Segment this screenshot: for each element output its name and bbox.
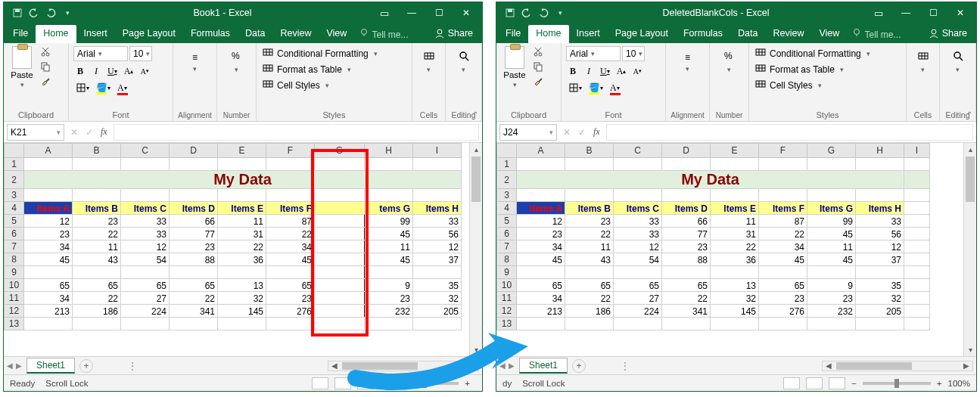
cancel-icon[interactable]: ✕ [563,127,571,138]
row-header-13[interactable]: 13 [5,318,24,330]
row-header-3[interactable]: 3 [5,189,24,202]
cell[interactable] [807,318,856,330]
cell[interactable]: 45 [365,253,413,266]
cell[interactable]: 32 [856,292,904,305]
cell[interactable]: 12 [24,215,73,228]
cell[interactable]: 65 [517,279,565,292]
cell[interactable] [365,189,413,202]
cell[interactable] [365,158,413,171]
decrease-font-icon[interactable]: A▾ [630,64,644,78]
cell[interactable] [614,189,662,202]
header-cell[interactable]: Items F [759,202,807,215]
cell[interactable] [365,266,413,279]
sheet-nav-next-icon[interactable]: ▶ [509,361,515,370]
scroll-up-icon[interactable]: ▴ [470,143,482,156]
zoom-slider[interactable] [863,382,931,385]
row-header-7[interactable]: 7 [497,240,517,253]
undo-icon[interactable] [521,7,533,19]
header-cell[interactable]: Items F [266,202,315,215]
cell[interactable] [170,318,218,330]
cell[interactable]: 23 [24,228,73,240]
row-header-12[interactable]: 12 [5,305,24,318]
vertical-scrollbar[interactable]: ▴▾ [963,143,976,356]
number-format-button[interactable]: %▾ [222,46,251,74]
cell[interactable]: 34 [517,292,565,305]
scroll-up-icon[interactable]: ▴ [964,143,976,156]
cell[interactable]: 34 [266,240,315,253]
redo-icon[interactable] [45,7,57,19]
font-size-select[interactable]: 10▾ [129,46,152,61]
sheet-nav-prev-icon[interactable]: ◀ [7,361,13,370]
cell[interactable]: 9 [365,279,413,292]
font-name-select[interactable]: Arial▾ [566,46,621,61]
cell[interactable]: 87 [266,215,315,228]
cell[interactable] [218,266,266,279]
cell[interactable]: 31 [711,228,759,240]
col-header-G[interactable]: G [315,144,365,158]
minimize-icon[interactable]: — [399,5,425,21]
borders-icon[interactable]: ▾ [566,81,584,95]
cell[interactable] [218,318,266,330]
view-normal-icon[interactable] [783,377,800,389]
font-name-select[interactable]: Arial▾ [73,46,128,61]
cell[interactable]: 66 [170,215,218,228]
vertical-scrollbar[interactable]: ▴▾ [469,143,482,356]
cell[interactable] [565,318,614,330]
paste-button[interactable]: Paste▾ [8,46,36,88]
cell[interactable] [218,158,266,171]
name-box[interactable]: K21▾ [7,124,64,141]
cell[interactable]: 13 [711,279,759,292]
cell[interactable] [170,158,218,171]
cell[interactable]: 23 [662,240,711,253]
cell[interactable]: 22 [662,292,711,305]
zoom-out-button[interactable]: − [380,379,385,388]
col-header-B[interactable]: B [73,144,121,158]
cell[interactable]: 65 [73,279,121,292]
cell[interactable] [315,292,365,305]
format-as-table-button[interactable]: Format as Table▾ [754,62,901,76]
cell[interactable] [315,253,365,266]
cell[interactable]: 276 [266,305,315,318]
redo-icon[interactable] [537,7,549,19]
sheet-nav-next-icon[interactable]: ▶ [16,361,22,370]
cell[interactable] [315,228,365,240]
font-color-icon[interactable]: A▾ [608,81,622,95]
cell[interactable]: 54 [614,253,662,266]
cell[interactable]: 54 [121,253,170,266]
cell[interactable]: 23 [565,215,614,228]
cell[interactable]: 45 [807,228,856,240]
row-header-6[interactable]: 6 [497,228,517,240]
zoom-slider[interactable] [390,382,459,385]
col-header-D[interactable]: D [662,144,711,158]
cell[interactable] [662,318,711,330]
paste-button[interactable]: Paste▾ [501,46,528,88]
cell[interactable] [266,318,315,330]
cell[interactable] [266,189,315,202]
col-header-F[interactable]: F [759,144,807,158]
cell[interactable]: 65 [565,279,614,292]
save-icon[interactable] [504,7,516,19]
tab-review[interactable]: Review [765,25,811,43]
col-header-C[interactable]: C [614,144,662,158]
cell[interactable]: 232 [365,305,413,318]
cell[interactable]: 34 [24,292,73,305]
sheet-tab-sheet1[interactable]: Sheet1 [26,358,75,374]
cell[interactable] [904,189,930,202]
header-cell[interactable]: Items G [807,202,856,215]
col-header-A[interactable]: A [517,144,565,158]
col-header-F[interactable]: F [266,144,315,158]
cell[interactable] [662,158,711,171]
cell[interactable]: 22 [73,228,121,240]
header-cell[interactable]: Items D [170,202,218,215]
cell[interactable]: 23 [73,215,121,228]
col-header-B[interactable]: B [565,144,614,158]
cells-button[interactable]: ▾ [911,46,935,74]
cell[interactable] [856,158,904,171]
row-header-5[interactable]: 5 [5,215,24,228]
cell[interactable]: 45 [517,253,565,266]
underline-button[interactable]: U▾ [105,64,120,78]
cell[interactable] [904,158,930,171]
scroll-left-icon[interactable]: ◀ [823,361,835,371]
cell[interactable]: 224 [614,305,662,318]
bold-button[interactable]: B [73,64,87,78]
